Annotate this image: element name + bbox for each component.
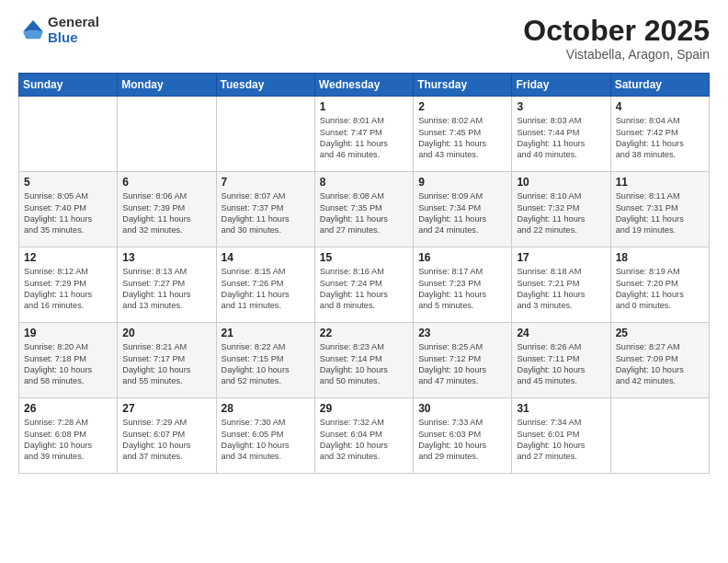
- day-number: 11: [616, 176, 704, 189]
- day-content: Sunrise: 8:19 AM Sunset: 7:20 PM Dayligh…: [616, 266, 704, 312]
- day-number: 15: [320, 251, 408, 264]
- weekday-header-wednesday: Wednesday: [314, 74, 413, 97]
- calendar-table: SundayMondayTuesdayWednesdayThursdayFrid…: [18, 73, 710, 474]
- day-number: 28: [222, 402, 310, 415]
- day-content: Sunrise: 8:04 AM Sunset: 7:42 PM Dayligh…: [616, 115, 704, 161]
- day-content: Sunrise: 8:20 AM Sunset: 7:18 PM Dayligh…: [24, 341, 112, 387]
- calendar-cell: 24Sunrise: 8:26 AM Sunset: 7:11 PM Dayli…: [512, 323, 610, 398]
- day-content: Sunrise: 8:17 AM Sunset: 7:23 PM Dayligh…: [418, 266, 506, 312]
- weekday-header-row: SundayMondayTuesdayWednesdayThursdayFrid…: [19, 74, 710, 97]
- weekday-header-monday: Monday: [118, 74, 216, 97]
- calendar-cell: 14Sunrise: 8:15 AM Sunset: 7:26 PM Dayli…: [216, 247, 314, 323]
- day-content: Sunrise: 7:30 AM Sunset: 6:05 PM Dayligh…: [222, 417, 310, 463]
- calendar-cell: 17Sunrise: 8:18 AM Sunset: 7:21 PM Dayli…: [512, 247, 610, 323]
- calendar-cell: 31Sunrise: 7:34 AM Sunset: 6:01 PM Dayli…: [512, 398, 610, 474]
- calendar-cell: [610, 398, 709, 474]
- calendar-cell: [19, 97, 118, 172]
- calendar-cell: 7Sunrise: 8:07 AM Sunset: 7:37 PM Daylig…: [216, 172, 314, 247]
- day-content: Sunrise: 7:29 AM Sunset: 6:07 PM Dayligh…: [122, 417, 210, 463]
- calendar-cell: 4Sunrise: 8:04 AM Sunset: 7:42 PM Daylig…: [610, 97, 709, 172]
- calendar-cell: 23Sunrise: 8:25 AM Sunset: 7:12 PM Dayli…: [414, 323, 512, 398]
- calendar-cell: 8Sunrise: 8:08 AM Sunset: 7:35 PM Daylig…: [314, 172, 413, 247]
- day-number: 3: [517, 100, 605, 113]
- week-row-1: 1Sunrise: 8:01 AM Sunset: 7:47 PM Daylig…: [19, 97, 710, 172]
- day-content: Sunrise: 8:15 AM Sunset: 7:26 PM Dayligh…: [222, 266, 310, 312]
- location: Vistabella, Aragon, Spain: [523, 47, 710, 62]
- day-content: Sunrise: 8:27 AM Sunset: 7:09 PM Dayligh…: [616, 341, 704, 387]
- day-content: Sunrise: 8:08 AM Sunset: 7:35 PM Dayligh…: [320, 190, 408, 236]
- week-row-4: 19Sunrise: 8:20 AM Sunset: 7:18 PM Dayli…: [19, 323, 710, 398]
- logo-blue-text: Blue: [48, 30, 99, 46]
- day-number: 25: [616, 327, 704, 339]
- logo-text: General Blue: [48, 15, 99, 45]
- day-number: 5: [24, 176, 112, 189]
- day-content: Sunrise: 8:05 AM Sunset: 7:40 PM Dayligh…: [24, 190, 112, 236]
- day-content: Sunrise: 8:13 AM Sunset: 7:27 PM Dayligh…: [122, 266, 210, 312]
- calendar-cell: 26Sunrise: 7:28 AM Sunset: 6:08 PM Dayli…: [19, 398, 118, 474]
- weekday-header-thursday: Thursday: [414, 74, 512, 97]
- day-number: 29: [320, 402, 408, 415]
- day-number: 21: [222, 327, 310, 339]
- calendar-cell: 29Sunrise: 7:32 AM Sunset: 6:04 PM Dayli…: [314, 398, 413, 474]
- calendar-cell: 27Sunrise: 7:29 AM Sunset: 6:07 PM Dayli…: [118, 398, 216, 474]
- calendar-cell: 19Sunrise: 8:20 AM Sunset: 7:18 PM Dayli…: [19, 323, 118, 398]
- day-content: Sunrise: 7:32 AM Sunset: 6:04 PM Dayligh…: [320, 417, 408, 463]
- day-number: 23: [418, 327, 506, 339]
- calendar-cell: 5Sunrise: 8:05 AM Sunset: 7:40 PM Daylig…: [19, 172, 118, 247]
- weekday-header-friday: Friday: [512, 74, 610, 97]
- day-content: Sunrise: 8:07 AM Sunset: 7:37 PM Dayligh…: [222, 190, 310, 236]
- day-content: Sunrise: 7:34 AM Sunset: 6:01 PM Dayligh…: [517, 417, 605, 463]
- week-row-2: 5Sunrise: 8:05 AM Sunset: 7:40 PM Daylig…: [19, 172, 710, 247]
- day-number: 8: [320, 176, 408, 189]
- day-number: 6: [122, 176, 210, 189]
- day-number: 1: [320, 100, 408, 113]
- day-number: 22: [320, 327, 408, 339]
- calendar-cell: 22Sunrise: 8:23 AM Sunset: 7:14 PM Dayli…: [314, 323, 413, 398]
- day-number: 20: [122, 327, 210, 339]
- calendar-cell: 21Sunrise: 8:22 AM Sunset: 7:15 PM Dayli…: [216, 323, 314, 398]
- day-content: Sunrise: 8:10 AM Sunset: 7:32 PM Dayligh…: [517, 190, 605, 236]
- logo-general-text: General: [48, 15, 99, 30]
- day-number: 18: [616, 251, 704, 264]
- day-content: Sunrise: 8:23 AM Sunset: 7:14 PM Dayligh…: [320, 341, 408, 387]
- day-content: Sunrise: 8:02 AM Sunset: 7:45 PM Dayligh…: [418, 115, 506, 161]
- day-number: 4: [616, 100, 704, 113]
- calendar-cell: 9Sunrise: 8:09 AM Sunset: 7:34 PM Daylig…: [414, 172, 512, 247]
- day-number: 16: [418, 251, 506, 264]
- day-number: 30: [418, 402, 506, 415]
- day-content: Sunrise: 8:01 AM Sunset: 7:47 PM Dayligh…: [320, 115, 408, 161]
- calendar-cell: 11Sunrise: 8:11 AM Sunset: 7:31 PM Dayli…: [610, 172, 709, 247]
- day-number: 19: [24, 327, 112, 339]
- calendar-cell: 20Sunrise: 8:21 AM Sunset: 7:17 PM Dayli…: [118, 323, 216, 398]
- weekday-header-tuesday: Tuesday: [216, 74, 314, 97]
- calendar-cell: 25Sunrise: 8:27 AM Sunset: 7:09 PM Dayli…: [610, 323, 709, 398]
- day-content: Sunrise: 8:26 AM Sunset: 7:11 PM Dayligh…: [517, 341, 605, 387]
- day-content: Sunrise: 7:33 AM Sunset: 6:03 PM Dayligh…: [418, 417, 506, 463]
- week-row-3: 12Sunrise: 8:12 AM Sunset: 7:29 PM Dayli…: [19, 247, 710, 323]
- calendar-cell: 3Sunrise: 8:03 AM Sunset: 7:44 PM Daylig…: [512, 97, 610, 172]
- calendar-cell: 15Sunrise: 8:16 AM Sunset: 7:24 PM Dayli…: [314, 247, 413, 323]
- day-number: 27: [122, 402, 210, 415]
- day-number: 24: [517, 327, 605, 339]
- day-content: Sunrise: 8:16 AM Sunset: 7:24 PM Dayligh…: [320, 266, 408, 312]
- svg-marker-1: [23, 30, 43, 39]
- day-content: Sunrise: 8:09 AM Sunset: 7:34 PM Dayligh…: [418, 190, 506, 236]
- week-row-5: 26Sunrise: 7:28 AM Sunset: 6:08 PM Dayli…: [19, 398, 710, 474]
- day-content: Sunrise: 8:25 AM Sunset: 7:12 PM Dayligh…: [418, 341, 506, 387]
- day-content: Sunrise: 8:18 AM Sunset: 7:21 PM Dayligh…: [517, 266, 605, 312]
- day-content: Sunrise: 7:28 AM Sunset: 6:08 PM Dayligh…: [24, 417, 112, 463]
- month-title: October 2025: [523, 15, 710, 47]
- calendar-cell: 2Sunrise: 8:02 AM Sunset: 7:45 PM Daylig…: [414, 97, 512, 172]
- svg-marker-0: [23, 20, 43, 31]
- calendar-cell: 30Sunrise: 7:33 AM Sunset: 6:03 PM Dayli…: [414, 398, 512, 474]
- day-content: Sunrise: 8:22 AM Sunset: 7:15 PM Dayligh…: [222, 341, 310, 387]
- day-number: 2: [418, 100, 506, 113]
- day-content: Sunrise: 8:12 AM Sunset: 7:29 PM Dayligh…: [24, 266, 112, 312]
- day-number: 7: [222, 176, 310, 189]
- day-number: 12: [24, 251, 112, 264]
- weekday-header-saturday: Saturday: [610, 74, 709, 97]
- day-number: 17: [517, 251, 605, 264]
- calendar-cell: 1Sunrise: 8:01 AM Sunset: 7:47 PM Daylig…: [314, 97, 413, 172]
- day-number: 9: [418, 176, 506, 189]
- calendar-cell: 10Sunrise: 8:10 AM Sunset: 7:32 PM Dayli…: [512, 172, 610, 247]
